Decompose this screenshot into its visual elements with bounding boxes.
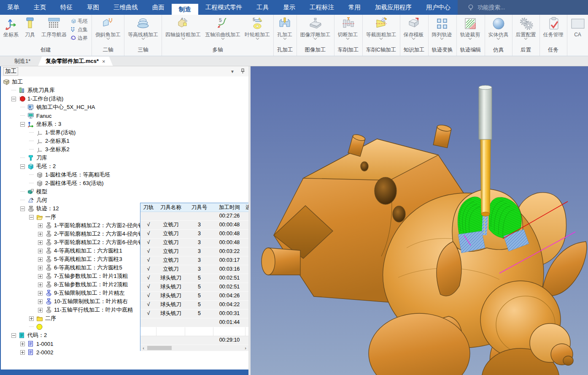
menu-item-13[interactable]: 加载应用程序 bbox=[368, 0, 419, 15]
chevron-down-icon[interactable] bbox=[313, 38, 317, 41]
ribbon-button-阵列轨迹[interactable]: 阵列轨迹 bbox=[430, 16, 454, 41]
tree-item-刀库[interactable]: 刀库 bbox=[0, 154, 248, 162]
menu-item-6[interactable]: 曲面 bbox=[145, 0, 172, 15]
tree-item-毛坯：2[interactable]: 毛坯：2 bbox=[0, 162, 248, 171]
menu-item-9[interactable]: 工具 bbox=[249, 0, 276, 15]
chevron-down-icon[interactable] bbox=[468, 38, 472, 41]
scroll-left-icon[interactable]: ‹ bbox=[140, 345, 146, 351]
table-row-1[interactable]: 00:27:26 bbox=[140, 212, 248, 221]
tree-item-坐标系：3[interactable]: 坐标系：3 bbox=[0, 120, 248, 128]
menu-item-5[interactable]: 三维曲线 bbox=[106, 0, 145, 15]
tree-item-铣加工中心_5X_HC_HA[interactable]: 铣加工中心_5X_HC_HA bbox=[0, 103, 248, 111]
expand-icon[interactable] bbox=[38, 283, 43, 287]
close-icon[interactable]: × bbox=[102, 58, 105, 65]
ribbon-small-button-边界[interactable]: 边界 bbox=[70, 35, 88, 42]
panel-splitter[interactable] bbox=[248, 66, 251, 375]
menu-item-3[interactable]: 特征 bbox=[53, 0, 80, 15]
menu-item-11[interactable]: 工程标注 bbox=[302, 0, 341, 15]
collapse-icon[interactable] bbox=[11, 97, 16, 101]
table-row-9[interactable]: √球头铣刀500:02:51 bbox=[140, 283, 248, 292]
scrollbar-thumb[interactable] bbox=[147, 346, 172, 350]
table-row-8[interactable]: √球头铣刀500:02:51 bbox=[140, 274, 248, 283]
chevron-down-icon[interactable] bbox=[379, 38, 383, 41]
ribbon-button-倒斜角加工[interactable]: 倒斜角加工 bbox=[93, 16, 123, 41]
chevron-down-icon[interactable] bbox=[496, 38, 500, 41]
expand-icon[interactable] bbox=[38, 274, 43, 279]
tree-item-加工[interactable]: 加工 bbox=[0, 78, 248, 86]
ribbon-button-等高线精加工[interactable]: 等高线精加工 bbox=[126, 16, 160, 41]
ribbon-button-轨迹裁剪[interactable]: 轨迹裁剪 bbox=[458, 16, 483, 41]
menu-item-2[interactable]: 主页 bbox=[27, 0, 53, 15]
scroll-right-icon[interactable]: › bbox=[243, 345, 248, 351]
ribbon-small-button-毛坯[interactable]: 毛坯 bbox=[70, 18, 88, 25]
column-header-刀具号[interactable]: 刀具号 bbox=[185, 203, 213, 212]
chevron-down-icon[interactable] bbox=[412, 38, 415, 41]
ribbon-button-实体仿真[interactable]: 实体仿真 bbox=[486, 16, 511, 41]
ribbon-button-孔加工[interactable]: 孔加工 bbox=[275, 16, 294, 41]
dropdown-arrow-icon[interactable]: ▼ bbox=[230, 69, 235, 74]
table-row-6[interactable]: √立铣刀300:03:17 bbox=[140, 256, 248, 265]
expand-icon[interactable] bbox=[29, 316, 34, 321]
column-header-刀轨[interactable]: 刀轨 bbox=[140, 203, 156, 212]
table-row-7[interactable]: √立铣刀300:03:16 bbox=[140, 265, 248, 274]
collapse-icon[interactable] bbox=[20, 164, 25, 169]
ribbon-button-切断加工[interactable]: 切断加工 bbox=[336, 16, 360, 41]
table-row-15[interactable]: 00:29:10 bbox=[140, 336, 248, 345]
tree-item-2-圆柱体毛坯：63(活动)[interactable]: 2-圆柱体毛坯：63(活动) bbox=[0, 179, 248, 188]
ribbon-button-坐标系[interactable]: 坐标系 bbox=[1, 16, 21, 41]
chevron-down-icon[interactable] bbox=[256, 38, 259, 41]
expand-icon[interactable] bbox=[38, 223, 43, 228]
horizontal-scrollbar[interactable]: ‹› bbox=[140, 345, 248, 351]
tree-item-2-坐标系1[interactable]: 2-坐标系1 bbox=[0, 137, 248, 145]
menu-item-12[interactable]: 常用 bbox=[341, 0, 368, 15]
chevron-down-icon[interactable] bbox=[141, 38, 145, 41]
chevron-down-icon[interactable] bbox=[440, 38, 444, 41]
function-search[interactable]: 功能搜索... bbox=[458, 0, 588, 15]
chevron-down-icon[interactable] bbox=[106, 38, 110, 41]
menu-item-14[interactable]: 用户中心 bbox=[419, 0, 458, 15]
ribbon-small-button-点集[interactable]: 点集 bbox=[70, 26, 88, 33]
expand-icon[interactable] bbox=[38, 299, 43, 304]
expand-icon[interactable] bbox=[20, 350, 25, 355]
tree-item-1-工作台(活动)[interactable]: 1-工作台(活动) bbox=[0, 95, 248, 103]
pin-icon[interactable] bbox=[240, 68, 245, 75]
ribbon-button-工序导航器[interactable]: 工序导航器 bbox=[39, 16, 69, 41]
table-row-3[interactable]: √立铣刀300:00:48 bbox=[140, 230, 248, 239]
menu-item-4[interactable]: 草图 bbox=[80, 0, 106, 15]
table-row-5[interactable]: √立铣刀300:03:22 bbox=[140, 247, 248, 256]
table-row-11[interactable]: √球头铣刀500:04:22 bbox=[140, 301, 248, 310]
expand-icon[interactable] bbox=[38, 291, 43, 296]
tree-item-Fanuc[interactable]: Fanuc bbox=[0, 111, 248, 120]
tree-item-1-圆柱体毛坯：等高粗毛坯[interactable]: 1-圆柱体毛坯：等高粗毛坯 bbox=[0, 171, 248, 179]
table-row-10[interactable]: √球头铣刀500:04:26 bbox=[140, 292, 248, 301]
expand-icon[interactable] bbox=[38, 240, 43, 245]
column-header-加工时间[interactable]: 加工时间 bbox=[213, 203, 245, 212]
ribbon-button-叶轮粗加工[interactable]: 5叶轮粗加工 bbox=[243, 16, 272, 41]
expand-icon[interactable] bbox=[38, 308, 43, 312]
menu-item-1[interactable]: 菜单 bbox=[0, 0, 27, 15]
ribbon-button-刀具[interactable]: 刀具 bbox=[21, 16, 39, 41]
menu-item-10[interactable]: 显示 bbox=[276, 0, 302, 15]
chevron-down-icon[interactable] bbox=[283, 38, 287, 41]
menu-item-8[interactable]: 工程模式零件 bbox=[198, 0, 249, 15]
chevron-down-icon[interactable] bbox=[221, 38, 225, 41]
chevron-down-icon[interactable] bbox=[524, 38, 528, 41]
expand-icon[interactable] bbox=[38, 257, 43, 262]
table-row-12[interactable]: √球头铣刀500:00:31 bbox=[140, 310, 248, 318]
table-row-14[interactable] bbox=[140, 327, 248, 336]
menu-item-7[interactable]: 制造 bbox=[172, 4, 198, 15]
chevron-down-icon[interactable] bbox=[346, 38, 350, 41]
collapse-icon[interactable] bbox=[20, 207, 25, 211]
expand-icon[interactable] bbox=[38, 232, 43, 236]
table-row-13[interactable]: 00:01:44 bbox=[140, 318, 248, 327]
tree-item-系统刀具库[interactable]: 系统刀具库 bbox=[0, 86, 248, 95]
tree-item-模型[interactable]: 模型 bbox=[0, 188, 248, 196]
tree-item-1-世界(活动)[interactable]: 1-世界(活动) bbox=[0, 128, 248, 137]
collapse-icon[interactable] bbox=[29, 215, 34, 220]
expand-icon[interactable] bbox=[38, 249, 43, 253]
tree-item-3-坐标系2[interactable]: 3-坐标系2 bbox=[0, 145, 248, 154]
expand-icon[interactable] bbox=[38, 266, 43, 270]
ribbon-button-保存模板[interactable]: 保存模板 bbox=[402, 16, 426, 41]
ribbon-button-四轴旋转粗加工[interactable]: 4四轴旋转粗加工 bbox=[163, 16, 203, 41]
document-tab-1[interactable]: 制造1* bbox=[7, 57, 38, 66]
